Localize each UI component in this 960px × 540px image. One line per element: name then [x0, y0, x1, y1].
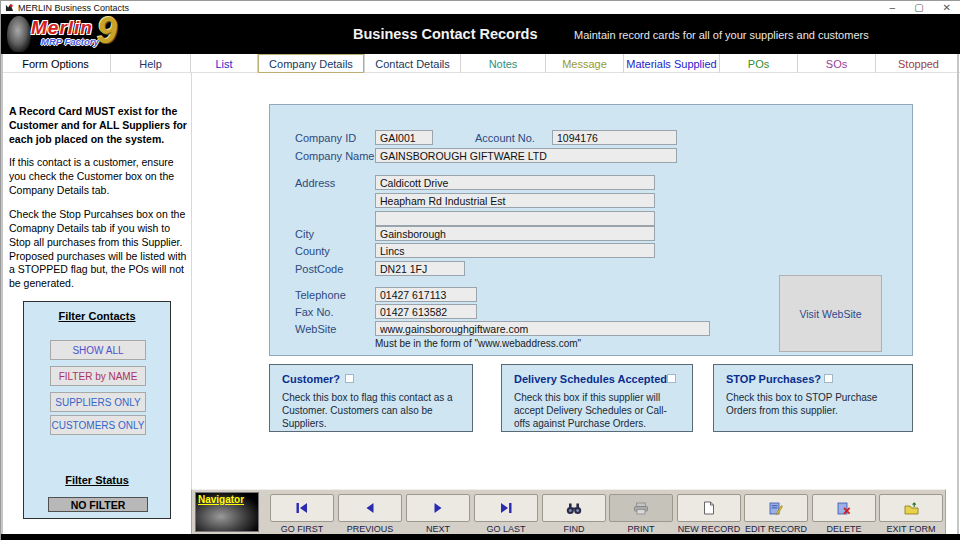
app-header: Merlin MRP Factory 9 Business Contact Re…	[1, 14, 960, 54]
county-field[interactable]: Lincs	[375, 243, 655, 258]
address-line3-field[interactable]	[375, 211, 655, 226]
delivery-schedules-checkbox[interactable]	[667, 374, 676, 383]
tab-materials-supplied[interactable]: Materials Supplied	[624, 54, 720, 73]
account-no-field[interactable]: 1094176	[552, 130, 677, 145]
window-bottom-edge	[1, 534, 960, 540]
customer-checkbox[interactable]	[345, 374, 354, 383]
edit-record-item: EDIT RECORD	[744, 494, 808, 534]
telephone-label: Telephone	[295, 289, 346, 301]
show-all-button[interactable]: SHOW ALL	[50, 340, 146, 360]
tab-company-details[interactable]: Company Details	[258, 54, 365, 73]
fax-field[interactable]: 01427 613582	[375, 304, 477, 319]
go-last-item: GO LAST	[474, 494, 538, 534]
maximize-button[interactable]: ▢	[914, 1, 923, 14]
tab-sos[interactable]: SOs	[798, 54, 876, 73]
tab-list[interactable]: List	[191, 54, 258, 73]
company-id-field[interactable]: GAI001	[375, 130, 433, 145]
city-label: City	[295, 228, 314, 240]
city-field[interactable]: Gainsborough	[375, 226, 655, 241]
county-label: County	[295, 245, 330, 257]
app-icon	[5, 3, 14, 12]
print-button[interactable]	[609, 494, 673, 522]
find-icon	[566, 502, 582, 515]
delivery-schedules-title: Delivery Schedules Accepted?	[514, 373, 674, 385]
address-line2-field[interactable]: Heapham Rd Industrial Est	[375, 193, 655, 208]
new-record-icon	[703, 501, 715, 515]
tab-bar: Form Options Help List Company Details C…	[1, 54, 960, 73]
postcode-field[interactable]: DN21 1FJ	[375, 261, 465, 276]
previous-item: PREVIOUS	[338, 494, 402, 534]
delivery-schedules-panel: Delivery Schedules Accepted? Check this …	[501, 364, 693, 432]
navigator-label: Navigator	[198, 494, 244, 505]
app-window: MERLIN Business Contacts – ▢ ✕ Merlin MR…	[0, 0, 960, 540]
previous-icon	[364, 502, 376, 514]
edit-record-icon	[769, 501, 783, 515]
merlin-wizard-logo	[7, 16, 31, 52]
postcode-label: PostCode	[295, 263, 343, 275]
customers-only-button[interactable]: CUSTOMERS ONLY	[50, 415, 146, 435]
navigator-image: Navigator	[195, 492, 259, 532]
go-last-icon	[499, 502, 513, 514]
window-left-edge	[1, 54, 3, 535]
next-button[interactable]	[406, 494, 470, 522]
find-button[interactable]	[542, 494, 606, 522]
sidebar-note-record-card: A Record Card MUST exist for the Custome…	[9, 105, 187, 147]
go-first-button[interactable]	[270, 494, 334, 522]
tab-contact-details[interactable]: Contact Details	[365, 54, 461, 73]
exit-form-item: EXIT FORM	[879, 494, 943, 534]
address-line1-field[interactable]: Caldicott Drive	[375, 175, 655, 190]
sidebar-note-stop-purchases: Check the Stop Purcahses box on the Coma…	[9, 208, 187, 291]
tab-stopped[interactable]: Stopped	[876, 54, 960, 73]
next-icon	[432, 502, 444, 514]
previous-button[interactable]	[338, 494, 402, 522]
page-title: Business Contact Records	[353, 26, 538, 42]
sidebar-divider	[191, 73, 192, 535]
content-area: A Record Card MUST exist for the Custome…	[1, 73, 960, 535]
tab-form-options[interactable]: Form Options	[1, 54, 111, 73]
filter-status-badge: NO FILTER	[48, 497, 148, 512]
sidebar-note-customer: If this contact is a customer, ensure yo…	[9, 156, 187, 198]
new-record-item: NEW RECORD	[677, 494, 741, 534]
address-label: Address	[295, 177, 335, 189]
tab-pos[interactable]: POs	[720, 54, 798, 73]
company-id-label: Company ID	[295, 132, 356, 144]
page-subtitle: Maintain record cards for all of your su…	[574, 29, 869, 41]
delete-icon	[837, 501, 851, 515]
print-item: PRINT	[609, 494, 673, 534]
fax-label: Fax No.	[295, 306, 334, 318]
telephone-field[interactable]: 01427 617113	[375, 287, 477, 302]
stop-purchases-panel: STOP Purchases? Check this box to STOP P…	[713, 364, 913, 432]
tab-message[interactable]: Message	[546, 54, 624, 73]
minimize-button[interactable]: –	[890, 1, 896, 14]
find-item: FIND	[542, 494, 606, 534]
go-last-button[interactable]	[474, 494, 538, 522]
new-record-button[interactable]	[677, 494, 741, 522]
customer-description: Check this box to flag this contact as a…	[282, 391, 462, 430]
customer-panel: Customer? Check this box to flag this co…	[269, 364, 473, 432]
go-first-icon	[295, 502, 309, 514]
edit-record-button[interactable]	[744, 494, 808, 522]
stop-purchases-description: Check this box to STOP Purchase Orders f…	[726, 391, 902, 417]
filter-contacts-title: Filter Contacts	[24, 310, 170, 322]
print-icon	[633, 502, 649, 515]
website-field[interactable]: www.gainsboroughgiftware.com	[375, 321, 710, 336]
tab-notes[interactable]: Notes	[461, 54, 546, 73]
close-button[interactable]: ✕	[943, 1, 951, 14]
go-first-item: GO FIRST	[270, 494, 334, 534]
filter-by-name-button[interactable]: FILTER by NAME	[50, 366, 146, 386]
website-format-hint: Must be in the form of "www.webaddress.c…	[375, 338, 581, 349]
delivery-schedules-description: Check this box if this supplier will acc…	[514, 391, 682, 430]
delete-item: DELETE	[812, 494, 876, 534]
tab-help[interactable]: Help	[111, 54, 191, 73]
filter-contacts-panel: Filter Contacts SHOW ALL FILTER by NAME …	[23, 301, 171, 519]
title-bar: MERLIN Business Contacts – ▢ ✕	[1, 1, 960, 14]
stop-purchases-checkbox[interactable]	[824, 374, 833, 383]
delete-button[interactable]	[812, 494, 876, 522]
navigator-bar: Navigator GO FIRST PREVIOUS NEXT	[191, 489, 946, 535]
stop-purchases-title: STOP Purchases?	[726, 373, 821, 385]
suppliers-only-button[interactable]: SUPPLIERS ONLY	[50, 392, 146, 412]
company-name-field[interactable]: GAINSBOROUGH GIFTWARE LTD	[375, 148, 677, 163]
visit-website-button[interactable]: Visit WebSite	[779, 275, 882, 352]
window-right-edge	[957, 54, 959, 535]
exit-form-button[interactable]	[879, 494, 943, 522]
